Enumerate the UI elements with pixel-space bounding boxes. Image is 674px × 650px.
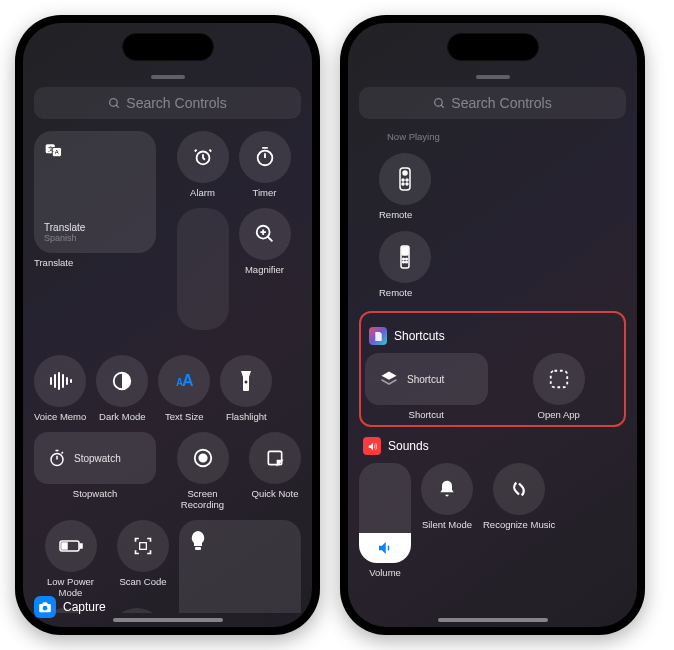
volume-label: Volume — [369, 567, 401, 579]
svg-point-43 — [406, 258, 408, 260]
stopwatch-icon — [48, 449, 66, 467]
scan-code-label: Scan Code — [119, 576, 166, 588]
translate-title: Translate — [44, 222, 85, 233]
search-bar[interactable]: Search Controls — [359, 87, 626, 119]
scan-code-button[interactable] — [117, 520, 169, 572]
search-bar[interactable]: Search Controls — [34, 87, 301, 119]
shortcut-label: Shortcut — [409, 409, 444, 421]
svg-point-22 — [199, 454, 206, 461]
battery-icon — [59, 539, 83, 553]
shortcuts-app-icon — [369, 327, 387, 345]
shortcuts-header: Shortcuts — [369, 327, 620, 345]
screen-recording-button[interactable] — [177, 432, 229, 484]
now-playing-label: Now Playing — [387, 131, 626, 143]
shortcut-stack-icon — [379, 369, 399, 389]
svg-point-38 — [402, 183, 404, 185]
svg-rect-25 — [80, 544, 82, 548]
shortcut-button[interactable]: Shortcut — [365, 353, 488, 405]
translate-label: Translate — [34, 257, 73, 269]
bulb-icon — [189, 530, 207, 554]
silent-mode-button[interactable] — [421, 463, 473, 515]
magnifier-button[interactable] — [239, 208, 291, 260]
magnifier-icon — [254, 223, 276, 245]
search-placeholder: Search Controls — [126, 95, 226, 111]
recognize-music-button-2[interactable] — [493, 463, 545, 515]
translate-lang: Spanish — [44, 233, 77, 243]
grabber[interactable] — [151, 75, 185, 79]
quick-note-label: Quick Note — [252, 488, 299, 500]
svg-point-35 — [403, 171, 407, 175]
text-size-label: Text Size — [165, 411, 204, 423]
open-app-button[interactable] — [533, 353, 585, 405]
scene-tile[interactable]: Scene or Accessory — [179, 520, 301, 613]
alarm-label: Alarm — [190, 187, 215, 199]
appletv-remote-icon — [400, 245, 410, 269]
home-indicator[interactable] — [113, 618, 223, 622]
alarm-icon — [192, 146, 214, 168]
text-size-button[interactable]: AA — [158, 355, 210, 407]
screen-left: Search Controls 文A Translate Spanish Tra… — [23, 23, 312, 627]
search-icon — [108, 97, 121, 110]
svg-line-1 — [116, 105, 119, 108]
silent-label: Silent Mode — [422, 519, 472, 531]
volume-slider[interactable] — [359, 463, 411, 563]
svg-point-39 — [406, 183, 408, 185]
screen-recording-label: Screen Recording — [166, 488, 239, 511]
brightness-slider[interactable] — [177, 208, 229, 330]
qr-icon — [133, 536, 153, 556]
flashlight-icon — [239, 369, 253, 393]
open-app-label: Open App — [538, 409, 580, 421]
text-size-icon: AA — [176, 372, 193, 390]
shortcuts-section-highlight: Shortcuts ShortcutShortcut Open App — [359, 311, 626, 427]
timer-button[interactable] — [239, 131, 291, 183]
remote-label-1: Remote — [379, 209, 412, 221]
svg-text:文: 文 — [48, 145, 54, 152]
speaker-icon — [376, 539, 394, 557]
voice-memo-label: Voice Memo — [34, 411, 86, 423]
svg-point-36 — [402, 179, 404, 181]
timer-label: Timer — [253, 187, 277, 199]
quick-note-button[interactable] — [249, 432, 301, 484]
screen-right: Search Controls Now Playing Remote Remot… — [348, 23, 637, 627]
svg-line-9 — [267, 237, 272, 242]
controls-grid: 文A Translate Spanish Translate Alarm Tim… — [34, 131, 301, 613]
svg-point-44 — [403, 261, 405, 263]
svg-rect-46 — [551, 371, 568, 388]
grabber[interactable] — [476, 75, 510, 79]
svg-point-42 — [403, 258, 405, 260]
remote-icon — [399, 167, 411, 191]
home-indicator[interactable] — [438, 618, 548, 622]
note-icon — [265, 448, 285, 468]
svg-rect-41 — [402, 247, 408, 255]
magnifier-label: Magnifier — [245, 264, 284, 276]
stopwatch-button[interactable]: Stopwatch — [34, 432, 156, 484]
remote-button-1[interactable] — [379, 153, 431, 205]
remote-label-2: Remote — [379, 287, 412, 299]
recognize-music-button[interactable] — [111, 608, 163, 613]
open-app-icon — [548, 368, 570, 390]
waveform-icon — [48, 372, 72, 390]
remote-button-2[interactable] — [379, 231, 431, 283]
search-placeholder: Search Controls — [451, 95, 551, 111]
recognize-label-2: Recognize Music — [483, 519, 555, 531]
sounds-app-icon — [363, 437, 381, 455]
dark-mode-button[interactable] — [96, 355, 148, 407]
translate-tile[interactable]: 文A Translate Spanish — [34, 131, 156, 253]
stopwatch-label: Stopwatch — [73, 488, 117, 500]
flashlight-button[interactable] — [220, 355, 272, 407]
alarm-button[interactable] — [177, 131, 229, 183]
svg-rect-27 — [140, 542, 147, 549]
svg-rect-26 — [62, 543, 67, 549]
flashlight-label: Flashlight — [226, 411, 267, 423]
low-power-button[interactable] — [45, 520, 97, 572]
svg-line-33 — [441, 105, 444, 108]
svg-point-32 — [435, 98, 443, 106]
bell-icon — [437, 478, 457, 500]
capture-label: Capture — [63, 600, 106, 614]
voice-memo-button[interactable] — [34, 355, 86, 407]
camera-icon — [34, 596, 56, 618]
shazam-icon — [508, 478, 530, 500]
phone-left: Search Controls 文A Translate Spanish Tra… — [15, 15, 320, 635]
capture-pill[interactable]: Capture — [34, 596, 106, 618]
svg-point-31 — [43, 606, 48, 611]
